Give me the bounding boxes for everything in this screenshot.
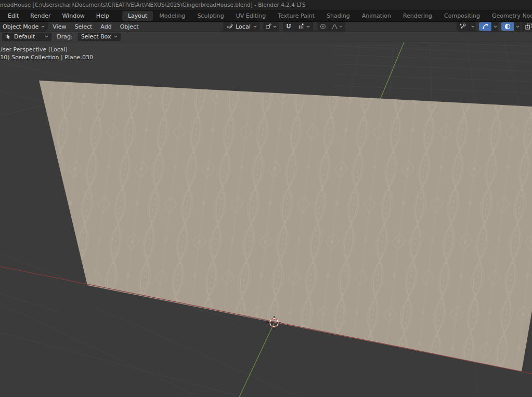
- tab-rendering[interactable]: Rendering: [397, 11, 438, 21]
- tweak-tool-icon: [5, 34, 11, 40]
- viewport-shading-control: [501, 22, 521, 31]
- menu-select[interactable]: Select: [71, 22, 96, 31]
- tab-compositing[interactable]: Compositing: [438, 11, 486, 21]
- viewport-3d[interactable]: User Perspective (Local) (10) Scene Coll…: [0, 42, 532, 397]
- orientation-label: Local: [236, 23, 251, 30]
- menu-add[interactable]: Add: [97, 22, 115, 31]
- chevron-down-icon: [273, 25, 277, 28]
- tab-sculpting[interactable]: Sculpting: [191, 11, 229, 21]
- snap-increment-icon: [298, 23, 305, 30]
- pivot-icon: [265, 23, 271, 30]
- gizmo-dropdown[interactable]: [469, 22, 476, 31]
- window-titlebar: breadHouse [C:\Users\charl\Documents\CRE…: [0, 0, 532, 10]
- show-overlays-control: [479, 22, 498, 31]
- menu-window[interactable]: Window: [56, 11, 90, 21]
- shading-dropdown[interactable]: [514, 22, 521, 31]
- proportional-editing-button[interactable]: [317, 22, 330, 31]
- orientation-icon: [226, 24, 233, 30]
- chevron-down-icon: [45, 35, 48, 38]
- transform-orientation-dropdown[interactable]: Local: [223, 22, 260, 31]
- pivot-point-dropdown[interactable]: [263, 22, 279, 31]
- drag-mode-dropdown[interactable]: Select Box: [78, 33, 121, 41]
- show-gizmo-control: [457, 22, 476, 31]
- tab-uv-editing[interactable]: UV Editing: [230, 11, 271, 21]
- show-gizmo-button[interactable]: [457, 22, 469, 31]
- chevron-down-icon: [41, 25, 45, 28]
- mode-dropdown[interactable]: Object Mode: [0, 22, 48, 31]
- menu-object[interactable]: Object: [116, 22, 142, 31]
- menu-view[interactable]: View: [49, 22, 70, 31]
- window-title: breadHouse [C:\Users\charl\Documents\CRE…: [0, 0, 306, 10]
- magnet-icon: [286, 23, 292, 30]
- tab-geometry-nodes[interactable]: Geometry Nodes: [486, 11, 532, 21]
- shading-solid-button[interactable]: [501, 22, 514, 31]
- tab-animation[interactable]: Animation: [356, 11, 397, 21]
- overlays-icon: [482, 23, 488, 30]
- snap-target-dropdown[interactable]: [295, 22, 313, 31]
- main-menus: Edit Render Window Help: [0, 11, 115, 21]
- chevron-down-icon: [306, 25, 310, 28]
- menu-help[interactable]: Help: [90, 11, 115, 21]
- tab-shading[interactable]: Shading: [321, 11, 356, 21]
- topbar: Edit Render Window Help Layout Modeling …: [0, 10, 532, 22]
- drag-mode-value: Select Box: [81, 33, 111, 40]
- proportional-editing-controls: [317, 22, 345, 31]
- show-overlays-button[interactable]: [479, 22, 491, 31]
- blender-window: breadHouse [C:\Users\charl\Documents\CRE…: [0, 0, 532, 397]
- falloff-dropdown[interactable]: [330, 22, 345, 31]
- xray-toggle-button[interactable]: [522, 22, 532, 31]
- workspace-tabs: Layout Modeling Sculpting UV Editing Tex…: [122, 11, 532, 21]
- tool-preset-label: Default: [14, 33, 35, 40]
- tab-modeling[interactable]: Modeling: [153, 11, 191, 21]
- chevron-down-icon: [114, 35, 118, 38]
- chevron-down-icon: [253, 25, 257, 28]
- overlays-dropdown[interactable]: [491, 22, 498, 31]
- snap-toggle-button[interactable]: [283, 22, 295, 31]
- tab-layout[interactable]: Layout: [122, 11, 153, 21]
- menu-render[interactable]: Render: [24, 11, 56, 21]
- proportional-icon: [320, 23, 326, 30]
- scene-canvas[interactable]: [0, 42, 532, 397]
- drag-label: Drag:: [57, 33, 72, 40]
- snapping-controls: [283, 22, 313, 31]
- mode-label: Object Mode: [3, 23, 38, 30]
- gizmo-icon: [460, 23, 466, 30]
- chevron-down-icon: [339, 25, 343, 28]
- viewport-header: Object Mode View Select Add Object Local: [0, 22, 532, 32]
- menu-edit[interactable]: Edit: [2, 11, 24, 21]
- tab-texture-paint[interactable]: Texture Paint: [272, 11, 320, 21]
- tool-preset-dropdown[interactable]: Default: [2, 33, 51, 41]
- shading-solid-icon: [504, 23, 511, 30]
- xray-icon: [525, 23, 532, 30]
- falloff-curve-icon: [331, 24, 338, 30]
- tool-settings-bar: Default Drag: Select Box: [0, 32, 532, 42]
